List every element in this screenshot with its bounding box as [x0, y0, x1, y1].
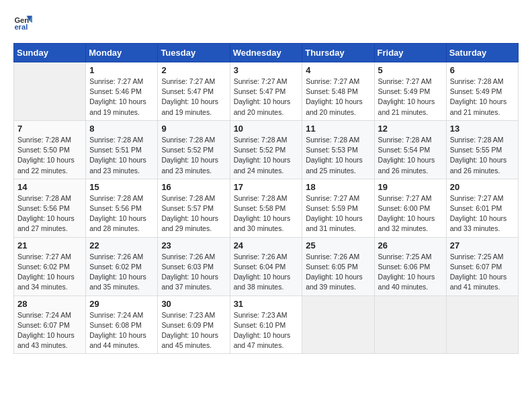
week-row-2: 7Sunrise: 7:28 AM Sunset: 5:50 PM Daylig… — [14, 120, 519, 179]
day-cell: 7Sunrise: 7:28 AM Sunset: 5:50 PM Daylig… — [14, 120, 86, 179]
day-cell: 20Sunrise: 7:27 AM Sunset: 6:01 PM Dayli… — [446, 179, 518, 237]
calendar-table: SundayMondayTuesdayWednesdayThursdayFrid… — [13, 43, 519, 354]
day-info: Sunrise: 7:27 AM Sunset: 5:46 PM Dayligh… — [89, 77, 154, 118]
day-info: Sunrise: 7:26 AM Sunset: 6:03 PM Dayligh… — [161, 252, 226, 293]
day-info: Sunrise: 7:28 AM Sunset: 5:50 PM Dayligh… — [17, 135, 82, 176]
day-info: Sunrise: 7:27 AM Sunset: 5:47 PM Dayligh… — [161, 77, 226, 118]
day-info: Sunrise: 7:24 AM Sunset: 6:08 PM Dayligh… — [89, 310, 154, 351]
day-cell: 26Sunrise: 7:25 AM Sunset: 6:06 PM Dayli… — [374, 237, 446, 295]
day-number: 31 — [234, 299, 299, 309]
week-row-4: 21Sunrise: 7:27 AM Sunset: 6:02 PM Dayli… — [14, 237, 519, 295]
day-info: Sunrise: 7:25 AM Sunset: 6:07 PM Dayligh… — [450, 252, 515, 293]
day-info: Sunrise: 7:27 AM Sunset: 5:49 PM Dayligh… — [378, 77, 443, 118]
day-cell: 22Sunrise: 7:26 AM Sunset: 6:02 PM Dayli… — [86, 237, 158, 295]
day-info: Sunrise: 7:27 AM Sunset: 6:02 PM Dayligh… — [17, 252, 82, 293]
day-cell: 17Sunrise: 7:28 AM Sunset: 5:58 PM Dayli… — [230, 179, 302, 237]
day-info: Sunrise: 7:28 AM Sunset: 5:52 PM Dayligh… — [161, 135, 226, 176]
day-number: 5 — [378, 65, 443, 75]
day-cell: 8Sunrise: 7:28 AM Sunset: 5:51 PM Daylig… — [86, 120, 158, 179]
day-cell: 18Sunrise: 7:27 AM Sunset: 5:59 PM Dayli… — [302, 179, 374, 237]
logo: Gen eral — [13, 13, 35, 32]
day-number: 3 — [234, 65, 299, 75]
day-info: Sunrise: 7:27 AM Sunset: 6:01 PM Dayligh… — [450, 193, 515, 234]
day-number: 9 — [161, 124, 226, 134]
day-cell: 9Sunrise: 7:28 AM Sunset: 5:52 PM Daylig… — [158, 120, 230, 179]
day-cell: 11Sunrise: 7:28 AM Sunset: 5:53 PM Dayli… — [302, 120, 374, 179]
day-cell: 15Sunrise: 7:28 AM Sunset: 5:56 PM Dayli… — [86, 179, 158, 237]
day-cell: 5Sunrise: 7:27 AM Sunset: 5:49 PM Daylig… — [374, 62, 446, 121]
day-info: Sunrise: 7:28 AM Sunset: 5:49 PM Dayligh… — [450, 77, 515, 118]
day-cell: 14Sunrise: 7:28 AM Sunset: 5:56 PM Dayli… — [14, 179, 86, 237]
week-row-1: 1Sunrise: 7:27 AM Sunset: 5:46 PM Daylig… — [14, 62, 519, 121]
day-cell: 1Sunrise: 7:27 AM Sunset: 5:46 PM Daylig… — [86, 62, 158, 121]
week-row-3: 14Sunrise: 7:28 AM Sunset: 5:56 PM Dayli… — [14, 179, 519, 237]
calendar-header-row: SundayMondayTuesdayWednesdayThursdayFrid… — [14, 44, 519, 62]
day-number: 19 — [378, 182, 443, 192]
day-cell: 21Sunrise: 7:27 AM Sunset: 6:02 PM Dayli… — [14, 237, 86, 295]
day-info: Sunrise: 7:23 AM Sunset: 6:09 PM Dayligh… — [161, 310, 226, 351]
day-cell: 25Sunrise: 7:26 AM Sunset: 6:05 PM Dayli… — [302, 237, 374, 295]
day-number: 2 — [161, 65, 226, 75]
day-cell: 4Sunrise: 7:27 AM Sunset: 5:48 PM Daylig… — [302, 62, 374, 121]
day-number: 25 — [306, 240, 370, 250]
col-header-monday: Monday — [86, 44, 158, 62]
day-number: 4 — [306, 65, 370, 75]
page-header: Gen eral — [13, 13, 519, 32]
day-number: 11 — [306, 124, 370, 134]
day-info: Sunrise: 7:27 AM Sunset: 5:47 PM Dayligh… — [234, 77, 299, 118]
day-number: 21 — [17, 240, 82, 250]
day-info: Sunrise: 7:28 AM Sunset: 5:56 PM Dayligh… — [17, 193, 82, 234]
day-number: 12 — [378, 124, 443, 134]
day-info: Sunrise: 7:28 AM Sunset: 5:53 PM Dayligh… — [306, 135, 370, 176]
day-number: 29 — [89, 299, 154, 309]
col-header-wednesday: Wednesday — [230, 44, 302, 62]
day-cell: 10Sunrise: 7:28 AM Sunset: 5:52 PM Dayli… — [230, 120, 302, 179]
svg-text:eral: eral — [14, 23, 28, 31]
day-cell — [14, 62, 86, 121]
day-number: 30 — [161, 299, 226, 309]
col-header-friday: Friday — [374, 44, 446, 62]
col-header-thursday: Thursday — [302, 44, 374, 62]
day-cell — [302, 295, 374, 354]
day-number: 7 — [17, 124, 82, 134]
col-header-saturday: Saturday — [446, 44, 518, 62]
day-cell: 29Sunrise: 7:24 AM Sunset: 6:08 PM Dayli… — [86, 295, 158, 354]
day-number: 13 — [450, 124, 515, 134]
day-info: Sunrise: 7:28 AM Sunset: 5:56 PM Dayligh… — [89, 193, 154, 234]
day-cell: 30Sunrise: 7:23 AM Sunset: 6:09 PM Dayli… — [158, 295, 230, 354]
day-info: Sunrise: 7:25 AM Sunset: 6:06 PM Dayligh… — [378, 252, 443, 293]
day-number: 27 — [450, 240, 515, 250]
col-header-sunday: Sunday — [14, 44, 86, 62]
day-info: Sunrise: 7:23 AM Sunset: 6:10 PM Dayligh… — [234, 310, 299, 351]
day-cell: 19Sunrise: 7:27 AM Sunset: 6:00 PM Dayli… — [374, 179, 446, 237]
day-info: Sunrise: 7:27 AM Sunset: 5:59 PM Dayligh… — [306, 193, 370, 234]
day-cell — [374, 295, 446, 354]
logo-icon: Gen eral — [13, 13, 32, 32]
day-number: 17 — [234, 182, 299, 192]
day-info: Sunrise: 7:26 AM Sunset: 6:04 PM Dayligh… — [234, 252, 299, 293]
day-cell: 16Sunrise: 7:28 AM Sunset: 5:57 PM Dayli… — [158, 179, 230, 237]
day-info: Sunrise: 7:28 AM Sunset: 5:55 PM Dayligh… — [450, 135, 515, 176]
day-number: 10 — [234, 124, 299, 134]
day-number: 14 — [17, 182, 82, 192]
day-info: Sunrise: 7:28 AM Sunset: 5:51 PM Dayligh… — [89, 135, 154, 176]
day-info: Sunrise: 7:24 AM Sunset: 6:07 PM Dayligh… — [17, 310, 82, 351]
day-info: Sunrise: 7:28 AM Sunset: 5:52 PM Dayligh… — [234, 135, 299, 176]
day-cell: 13Sunrise: 7:28 AM Sunset: 5:55 PM Dayli… — [446, 120, 518, 179]
day-info: Sunrise: 7:28 AM Sunset: 5:58 PM Dayligh… — [234, 193, 299, 234]
day-number: 28 — [17, 299, 82, 309]
week-row-5: 28Sunrise: 7:24 AM Sunset: 6:07 PM Dayli… — [14, 295, 519, 354]
day-cell: 23Sunrise: 7:26 AM Sunset: 6:03 PM Dayli… — [158, 237, 230, 295]
day-cell — [446, 295, 518, 354]
day-cell: 12Sunrise: 7:28 AM Sunset: 5:54 PM Dayli… — [374, 120, 446, 179]
day-cell: 28Sunrise: 7:24 AM Sunset: 6:07 PM Dayli… — [14, 295, 86, 354]
day-cell: 27Sunrise: 7:25 AM Sunset: 6:07 PM Dayli… — [446, 237, 518, 295]
day-number: 20 — [450, 182, 515, 192]
day-info: Sunrise: 7:26 AM Sunset: 6:05 PM Dayligh… — [306, 252, 370, 293]
col-header-tuesday: Tuesday — [158, 44, 230, 62]
day-cell: 24Sunrise: 7:26 AM Sunset: 6:04 PM Dayli… — [230, 237, 302, 295]
day-number: 6 — [450, 65, 515, 75]
day-number: 22 — [89, 240, 154, 250]
day-number: 23 — [161, 240, 226, 250]
day-number: 1 — [89, 65, 154, 75]
